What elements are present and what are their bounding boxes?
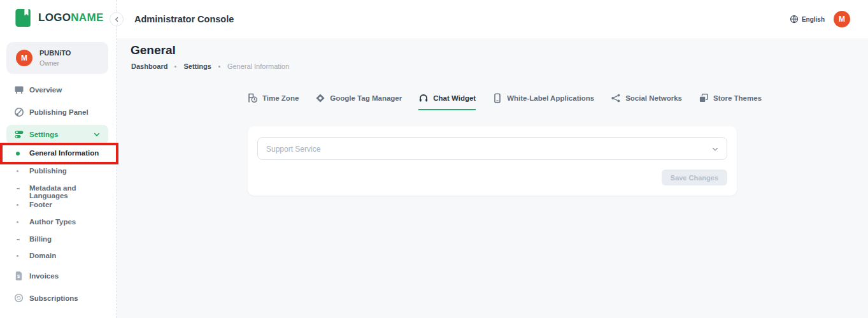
profile-card[interactable]: M PUBNiTO Owner [6, 42, 108, 74]
book-icon [14, 8, 33, 28]
tab-social-networks[interactable]: Social Networks [611, 93, 682, 110]
tab-white-label-applications[interactable]: White-Label Applications [492, 93, 594, 110]
sidebar-item-label: Overview [29, 86, 62, 94]
share-icon [611, 93, 621, 103]
dash-icon [17, 188, 20, 189]
invoice-icon: $ [14, 271, 24, 281]
sidebar-item-label: Billing [29, 235, 52, 243]
sidebar-item-label: Footer [29, 201, 52, 208]
language-selector[interactable]: English [790, 15, 825, 24]
chevron-down-icon [711, 145, 719, 153]
dot-icon [17, 221, 18, 223]
breadcrumb-settings[interactable]: Settings [183, 62, 211, 70]
sidebar-item-label: Settings [29, 131, 58, 138]
dot-icon [17, 255, 18, 257]
sidebar-item-invoices[interactable]: $ Invoices [0, 267, 117, 285]
page-title: General [131, 43, 176, 57]
monitor-icon [14, 85, 24, 95]
sidebar-item-label: Publishing [29, 167, 67, 175]
tab-time-zone[interactable]: Time Zone [248, 93, 299, 110]
sliders-icon [14, 129, 24, 140]
sidebar-item-billing[interactable]: Billing [0, 231, 117, 248]
tab-label: Time Zone [262, 94, 299, 102]
tab-label: Chat Widget [433, 94, 476, 102]
dash-icon [17, 239, 20, 240]
tab-label: Social Networks [625, 94, 682, 102]
sidebar-collapse-button[interactable] [110, 12, 124, 26]
globe-icon [790, 15, 799, 24]
tag-manager-icon [315, 93, 325, 103]
sidebar-item-general-information[interactable]: General Information [0, 143, 118, 164]
sidebar-item-footer[interactable]: Footer [0, 196, 117, 213]
profile-name: PUBNiTO [39, 49, 71, 57]
timezone-icon [248, 93, 258, 103]
profile-avatar: M [16, 50, 32, 66]
subscription-icon [14, 293, 24, 303]
tab-chat-widget[interactable]: Chat Widget [418, 93, 476, 110]
save-changes-button[interactable]: Save Changes [662, 170, 727, 185]
support-service-select[interactable]: Support Service [257, 137, 727, 160]
active-dot-icon [16, 152, 20, 155]
sidebar-item-subscriptions[interactable]: Subscriptions [0, 289, 117, 307]
tab-google-tag-manager[interactable]: Google Tag Manager [315, 93, 402, 110]
select-placeholder: Support Service [266, 145, 320, 154]
sidebar-item-label: Author Types [29, 218, 76, 226]
dot-icon [17, 204, 18, 206]
sidebar-item-settings[interactable]: Settings [6, 125, 108, 144]
sidebar-item-label: Invoices [29, 272, 59, 280]
breadcrumb-separator [218, 66, 220, 68]
tab-label: Store Themes [713, 94, 762, 102]
logo[interactable]: LOGONAME [14, 8, 104, 28]
sidebar-item-author-types[interactable]: Author Types [0, 213, 117, 231]
sidebar-item-domain[interactable]: Domain [0, 247, 117, 264]
sidebar: LOGONAME M PUBNiTO Owner Overview Publis… [0, 0, 117, 318]
sidebar-item-label: General Information [29, 149, 99, 157]
dot-icon [17, 170, 18, 172]
breadcrumb-separator [174, 66, 176, 68]
language-label: English [802, 16, 825, 23]
svg-text:$: $ [17, 273, 20, 279]
tab-label: Google Tag Manager [330, 94, 402, 102]
tab-store-themes[interactable]: Store Themes [699, 93, 762, 110]
sidebar-item-publishing[interactable]: Publishing [0, 163, 117, 180]
sidebar-item-metadata-and-languages[interactable]: Metadata and Languages [0, 180, 117, 197]
page-header-title: Administrator Console [134, 14, 234, 24]
profile-role: Owner [39, 59, 59, 67]
headset-icon [418, 93, 429, 103]
breadcrumb-current: General Information [227, 62, 289, 70]
themes-icon [699, 93, 709, 103]
breadcrumb-dashboard[interactable]: Dashboard [131, 62, 167, 70]
chat-widget-panel: Support Service Save Changes [248, 126, 737, 196]
sidebar-item-overview[interactable]: Overview [0, 81, 117, 99]
sidebar-item-label: Subscriptions [29, 294, 78, 302]
gauge-icon [14, 107, 24, 117]
main-content: General Dashboard Settings General Infor… [117, 38, 868, 318]
logo-text: LOGONAME [38, 11, 104, 24]
sidebar-item-label: Domain [29, 252, 56, 259]
sidebar-item-publishing-panel[interactable]: Publishing Panel [0, 103, 117, 121]
user-avatar[interactable]: M [834, 11, 850, 27]
mobile-icon [492, 93, 502, 103]
breadcrumb: Dashboard Settings General Information [131, 62, 289, 70]
chevron-down-icon [93, 131, 101, 138]
sidebar-item-label: Publishing Panel [29, 108, 89, 116]
tab-label: White-Label Applications [507, 94, 594, 102]
settings-tabs: Time Zone Google Tag Manager Chat Widget… [248, 93, 762, 110]
topbar: Administrator Console English M [117, 0, 868, 38]
